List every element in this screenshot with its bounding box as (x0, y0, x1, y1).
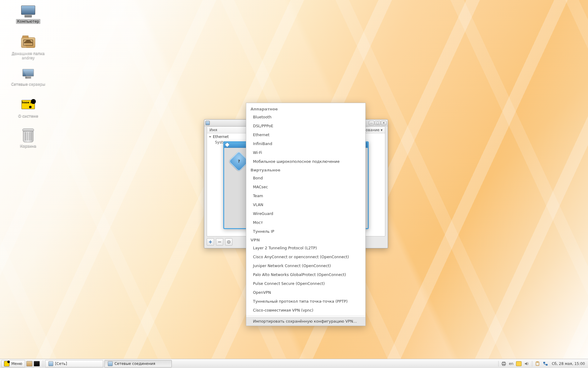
menu-item-vlan[interactable]: VLAN (246, 200, 365, 209)
task-icon (108, 361, 113, 366)
taskbar-task-network-connections[interactable]: Сетевые соединения (104, 360, 172, 367)
tray-separator (532, 361, 532, 366)
menu-item-vpnc[interactable]: Cisco-совместимая VPN (vpnc) (246, 306, 365, 315)
display-tray-icon[interactable] (516, 361, 522, 366)
menu-item-l2tp[interactable]: Layer 2 Tunneling Protocol (L2TP) (246, 243, 365, 252)
desktop-icon-label: О системе (17, 113, 39, 118)
svg-rect-0 (218, 242, 221, 242)
svg-point-2 (228, 241, 229, 242)
svg-rect-4 (503, 362, 505, 363)
taskbar-task-network-settings[interactable]: [Сеть] (45, 360, 103, 367)
menu-section-hardware: Аппаратное (246, 105, 365, 113)
quicklaunch-terminal-icon[interactable] (34, 361, 40, 366)
start-menu-label: Меню (11, 362, 22, 366)
tray-separator (498, 361, 499, 366)
printer-tray-icon[interactable] (501, 361, 507, 366)
folder-home-icon (21, 37, 35, 48)
menu-item-ethernet[interactable]: Ethernet (246, 130, 365, 139)
window-minimize-button[interactable]: — (369, 121, 374, 125)
menu-item-wifi[interactable]: Wi-Fi (246, 148, 365, 157)
menu-item-macsec[interactable]: MACsec (246, 182, 365, 191)
menu-item-bluetooth[interactable]: Bluetooth (246, 113, 365, 121)
clipboard-tray-icon[interactable] (535, 361, 540, 366)
quicklaunch-files-icon[interactable] (26, 361, 32, 366)
menu-item-pptp[interactable]: Туннельный протокол типа точка-точка (PP… (246, 297, 365, 306)
menu-section-virtual: Виртуальное (246, 166, 365, 174)
desktop-icon-label: Корзина (19, 144, 38, 148)
desktop-icon-label: Компьютер (16, 19, 40, 24)
task-label: Сетевые соединения (115, 362, 155, 366)
about-system-icon: base alt (21, 100, 35, 109)
menu-item-juniper[interactable]: Juniper Network Connect (OpenConnect) (246, 261, 365, 270)
remove-connection-button[interactable] (216, 238, 223, 246)
menu-item-team[interactable]: Team (246, 191, 365, 200)
desktop-icon-computer[interactable]: Компьютер (10, 6, 47, 24)
volume-tray-icon[interactable] (524, 361, 530, 366)
desktop-icon-about[interactable]: base alt О системе (10, 99, 47, 118)
window-maximize-button[interactable]: □ (375, 121, 380, 125)
gear-icon (227, 240, 231, 244)
menu-separator (246, 316, 365, 316)
task-icon (48, 361, 53, 366)
menu-item-wireguard[interactable]: WireGuard (246, 209, 365, 218)
dialog-app-icon (225, 142, 230, 148)
system-tray: en Сб, 28 мая, 15:00 (498, 361, 587, 366)
computer-icon (21, 6, 35, 15)
add-connection-button[interactable] (207, 238, 214, 246)
plus-icon (209, 240, 212, 244)
desktop-icon-label: Сетевые серверы (10, 82, 46, 86)
edit-connection-button[interactable] (225, 238, 232, 246)
menu-item-iptunnel[interactable]: Туннель IP (246, 227, 365, 236)
disclosure-triangle-icon (209, 136, 211, 138)
window-close-button[interactable]: ✕ (381, 121, 386, 125)
taskbar-separator (43, 360, 43, 367)
minus-icon (218, 240, 221, 244)
menu-item-anyconnect[interactable]: Cisco AnyConnect or openconnect (OpenCon… (246, 252, 365, 261)
trash-icon (23, 130, 33, 142)
start-menu-button[interactable]: Меню (1, 360, 25, 367)
taskbar: Меню [Сеть] Сетевые соединения en Сб, 28… (0, 359, 588, 368)
menu-section-vpn: VPN (246, 236, 365, 243)
svg-rect-8 (543, 362, 545, 363)
menu-item-import-vpn[interactable]: Импортировать сохранённую конфигурацию V… (246, 317, 365, 326)
window-app-icon (205, 121, 210, 125)
keyboard-layout-indicator[interactable]: en (509, 362, 514, 366)
svg-rect-7 (537, 362, 538, 362)
start-menu-icon (4, 361, 9, 366)
desktop-icon-network-servers[interactable]: Сетевые серверы (10, 68, 47, 86)
network-tray-icon[interactable] (543, 361, 548, 366)
desktop-icon-home[interactable]: Домашняя папка andrey (10, 36, 47, 60)
menu-item-bridge[interactable]: Мост (246, 218, 365, 227)
menu-item-mobile[interactable]: Мобильное широкополосное подключение (246, 157, 365, 166)
menu-item-pulse[interactable]: Pulse Connect Secure (OpenConnect) (246, 279, 365, 288)
desktop-icon-label: Домашняя папка andrey (10, 51, 47, 60)
clock[interactable]: Сб, 28 мая, 15:00 (552, 362, 585, 366)
svg-rect-5 (503, 364, 505, 366)
desktop-icon-trash[interactable]: Корзина (10, 130, 47, 148)
network-servers-icon (23, 69, 34, 76)
task-label: [Сеть] (55, 362, 67, 366)
connection-type-menu: Аппаратное Bluetooth DSL/PPPoE Ethernet … (246, 103, 366, 326)
menu-item-bond[interactable]: Bond (246, 174, 365, 182)
menu-item-infiniband[interactable]: InfiniBand (246, 139, 365, 148)
menu-item-globalprotect[interactable]: Palo Alto Networks GlobalProtect (OpenCo… (246, 270, 365, 279)
menu-item-dsl[interactable]: DSL/PPPoE (246, 121, 365, 130)
menu-item-openvpn[interactable]: OpenVPN (246, 288, 365, 297)
